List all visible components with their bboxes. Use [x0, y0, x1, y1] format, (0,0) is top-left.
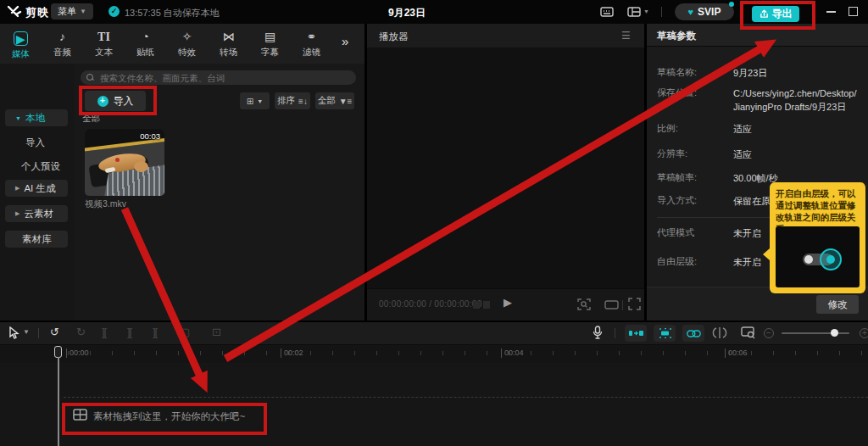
edit-box-icon[interactable]: ⊡ — [212, 326, 221, 338]
redo-button[interactable]: ↻ — [76, 326, 86, 338]
split-tool-icon[interactable]: ][ — [102, 326, 106, 338]
draft-header: 草稿参数 — [647, 24, 868, 47]
view-mode-button[interactable]: ⊞ ▼ — [240, 92, 270, 109]
tab-effects[interactable]: ✧ 特效 — [166, 24, 208, 64]
svip-notification-dot — [729, 2, 734, 7]
delete-left-icon[interactable]: ][ — [127, 326, 131, 338]
shortcut-keyboard-icon[interactable] — [600, 6, 614, 18]
timeline-panel: ▼ ↺ ↻ ][ ][ ][ ▢ ⊡ — [0, 322, 868, 446]
library-nav: ▼ 本地 导入 个人预设 ▶ AI 生成 ▶ 云素材 素材库 — [0, 64, 75, 321]
import-label: 导入 — [114, 94, 134, 109]
tab-captions[interactable]: ▤ 字幕 — [249, 24, 291, 64]
export-label: 导出 — [772, 7, 793, 21]
app-title: 剪映 — [25, 5, 49, 20]
nav-label: 本地 — [25, 112, 45, 125]
video-clip-thumbnail[interactable]: 00:03 — [85, 129, 164, 196]
search-input[interactable] — [98, 72, 350, 84]
menu-label: 菜单 — [58, 5, 76, 18]
more-tabs-icon[interactable]: » — [342, 34, 348, 48]
ruler-label: 00:04 — [501, 348, 524, 358]
preview-quality-icon[interactable] — [577, 298, 591, 311]
ruler-label: 00:00 — [66, 348, 89, 358]
sort-label: 排序 — [277, 95, 295, 107]
row-label: 草稿帧率: — [657, 171, 733, 185]
play-button[interactable]: ▶ — [504, 296, 512, 309]
filter-rings-icon: ⚭ — [307, 30, 317, 44]
timeline-tracks[interactable]: 素材拖拽到这里，开始你的大作吧~ — [0, 363, 868, 446]
audio-icon: ♪ — [59, 30, 65, 44]
jianying-logo-icon — [7, 4, 22, 20]
row-value: 9月23日 — [733, 66, 860, 80]
filter-button[interactable]: 全部 ▼≡ — [315, 92, 354, 109]
clip-filename: 视频3.mkv — [85, 198, 126, 210]
tab-sticker[interactable]: ◔ 贴纸 — [125, 24, 166, 64]
nav-item-asset-library[interactable]: 素材库 — [5, 231, 68, 248]
link-preview-toggle[interactable] — [682, 325, 704, 342]
aspect-ratio-icon[interactable] — [604, 300, 619, 309]
auto-snap-toggle[interactable] — [654, 325, 676, 342]
nav-item-cloud-assets[interactable]: ▶ 云素材 — [5, 205, 68, 222]
preview-axis-icon[interactable] — [712, 327, 727, 338]
nav-item-import[interactable]: 导入 — [25, 137, 45, 149]
timeline-toolbar: ▼ ↺ ↻ ][ ][ ][ ▢ ⊡ — [0, 322, 868, 344]
tab-audio[interactable]: ♪ 音频 — [42, 24, 83, 64]
cat-image — [115, 158, 120, 162]
delete-right-icon[interactable]: ][ — [153, 326, 157, 338]
crop-tool-icon[interactable]: ▢ — [180, 326, 190, 338]
menu-button[interactable]: 菜单 ▼ — [51, 3, 93, 20]
draft-row-name: 草稿名称: 9月23日 — [657, 66, 860, 80]
undo-button[interactable]: ↺ — [50, 326, 59, 338]
document-title: 9月23日 — [388, 6, 426, 20]
free-layers-tooltip: 开启自由层级，可以通过调整轨道位置修改轨道之间的层级关系 — [770, 182, 865, 293]
toggle-knob — [804, 255, 813, 264]
main-track-magnet-toggle[interactable] — [625, 325, 647, 342]
nav-item-ai-generate[interactable]: ▶ AI 生成 — [5, 180, 68, 197]
frame-step-icon[interactable] — [483, 301, 490, 309]
divider — [742, 7, 743, 17]
player-header: 播放器 ☰ — [367, 24, 644, 47]
chevron-down-icon[interactable]: ▼ — [23, 328, 30, 336]
row-value: 适应 — [733, 122, 860, 136]
chevron-right-icon: ▶ — [15, 210, 19, 217]
minimize-button[interactable] — [826, 11, 836, 13]
row-label: 保存位置: — [657, 86, 733, 114]
auto-snap-icon — [658, 328, 672, 338]
timeline-ruler[interactable]: 00:00 00:02 00:04 00:06 — [0, 344, 868, 363]
zoom-in-button[interactable]: + — [860, 328, 868, 338]
grid-view-icon: ⊞ — [247, 97, 253, 106]
select-tool-icon[interactable] — [8, 326, 19, 339]
tab-filters[interactable]: ⚭ 滤镜 — [291, 24, 332, 64]
timeline-adapt-icon[interactable] — [741, 326, 756, 339]
modify-button[interactable]: 修改 — [816, 295, 859, 314]
tab-media[interactable]: ▶ 媒体 — [0, 24, 42, 64]
tab-text[interactable]: TI 文本 — [83, 24, 125, 64]
frame-step-icon[interactable] — [473, 301, 480, 309]
import-plus-icon: + — [97, 96, 108, 107]
playhead-handle[interactable] — [54, 346, 62, 358]
import-button[interactable]: + 导入 — [85, 91, 146, 111]
fullscreen-icon[interactable] — [628, 298, 641, 310]
media-icon: ▶ — [14, 31, 28, 46]
sort-button[interactable]: 排序 ≡↓ — [275, 92, 310, 109]
search-bar[interactable] — [81, 70, 356, 85]
autosave-check-icon: ✓ — [108, 6, 120, 17]
maximize-button[interactable] — [849, 7, 858, 16]
autosave-status: 13:57:35 自动保存本地 — [125, 7, 220, 20]
nav-item-local[interactable]: ▼ 本地 — [5, 109, 68, 126]
export-button[interactable]: 导出 — [752, 6, 799, 22]
timeline-zoom-slider[interactable] — [782, 332, 849, 334]
zoom-out-button[interactable]: − — [764, 328, 774, 338]
funnel-filter-icon: ▼≡ — [339, 97, 353, 106]
tab-transitions[interactable]: ⋈ 转场 — [208, 24, 249, 64]
svip-label: SVIP — [698, 6, 721, 18]
zoom-slider-knob[interactable] — [831, 329, 838, 337]
layout-chevron-icon[interactable]: ▼ — [643, 8, 649, 14]
title-bar: 剪映 菜单 ▼ ✓ 13:57:35 自动保存本地 9月23日 ▼ ♥ SVIP — [0, 0, 868, 24]
draft-row-location: 保存位置: C:/Users/ying2.chen/Desktop/Jianyi… — [657, 86, 860, 114]
nav-item-presets[interactable]: 个人预设 — [21, 160, 60, 173]
svip-button[interactable]: ♥ SVIP — [675, 3, 734, 20]
player-menu-icon[interactable]: ☰ — [621, 30, 631, 42]
tab-label: 音频 — [53, 47, 71, 59]
record-voice-mic-icon[interactable] — [593, 326, 603, 340]
layout-panels-icon[interactable] — [627, 6, 641, 18]
